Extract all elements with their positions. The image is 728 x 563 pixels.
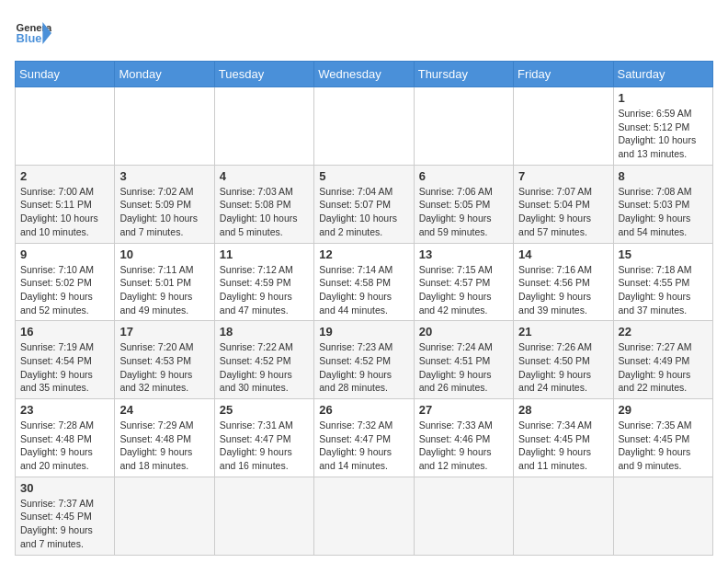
- day-number: 24: [119, 403, 209, 417]
- day-number: 22: [619, 325, 708, 339]
- logo: General Blue: [15, 15, 51, 52]
- day-info: Sunrise: 7:32 AM Sunset: 4:47 PM Dayligh…: [319, 419, 408, 473]
- day-number: 21: [518, 325, 608, 339]
- day-info: Sunrise: 7:15 AM Sunset: 4:57 PM Dayligh…: [419, 263, 508, 317]
- svg-text:Blue: Blue: [17, 31, 42, 45]
- col-header-monday: Monday: [115, 62, 214, 87]
- day-cell: [414, 87, 513, 166]
- day-number: 7: [518, 169, 608, 183]
- day-info: Sunrise: 7:28 AM Sunset: 4:48 PM Dayligh…: [20, 419, 109, 473]
- day-cell: 28Sunrise: 7:34 AM Sunset: 4:45 PM Dayli…: [514, 399, 613, 477]
- day-number: 29: [619, 403, 708, 417]
- day-cell: 5Sunrise: 7:04 AM Sunset: 5:07 PM Daylig…: [314, 165, 414, 243]
- day-cell: 6Sunrise: 7:06 AM Sunset: 5:05 PM Daylig…: [414, 165, 513, 243]
- day-cell: 23Sunrise: 7:28 AM Sunset: 4:48 PM Dayli…: [16, 399, 115, 477]
- day-info: Sunrise: 7:14 AM Sunset: 4:58 PM Dayligh…: [319, 263, 408, 317]
- day-number: 27: [419, 403, 508, 417]
- day-info: Sunrise: 7:24 AM Sunset: 4:51 PM Dayligh…: [419, 340, 508, 395]
- day-cell: [514, 87, 613, 166]
- day-cell: 22Sunrise: 7:27 AM Sunset: 4:49 PM Dayli…: [613, 321, 712, 399]
- day-cell: [314, 477, 414, 555]
- day-info: Sunrise: 7:26 AM Sunset: 4:50 PM Dayligh…: [518, 340, 608, 395]
- day-number: 18: [220, 325, 309, 339]
- day-info: Sunrise: 7:23 AM Sunset: 4:52 PM Dayligh…: [319, 340, 408, 395]
- day-info: Sunrise: 7:00 AM Sunset: 5:11 PM Dayligh…: [20, 185, 109, 239]
- day-info: Sunrise: 7:08 AM Sunset: 5:03 PM Dayligh…: [619, 185, 708, 239]
- day-cell: 27Sunrise: 7:33 AM Sunset: 4:46 PM Dayli…: [414, 399, 513, 477]
- day-info: Sunrise: 7:35 AM Sunset: 4:45 PM Dayligh…: [619, 419, 708, 473]
- day-info: Sunrise: 7:31 AM Sunset: 4:47 PM Dayligh…: [220, 419, 309, 473]
- day-info: Sunrise: 7:34 AM Sunset: 4:45 PM Dayligh…: [518, 419, 608, 473]
- day-info: Sunrise: 7:33 AM Sunset: 4:46 PM Dayligh…: [419, 419, 508, 473]
- day-cell: [16, 87, 115, 166]
- day-number: 11: [220, 247, 309, 261]
- day-cell: 1Sunrise: 6:59 AM Sunset: 5:12 PM Daylig…: [613, 87, 712, 166]
- day-number: 10: [119, 247, 209, 261]
- day-number: 17: [119, 325, 209, 339]
- day-cell: 7Sunrise: 7:07 AM Sunset: 5:04 PM Daylig…: [514, 165, 613, 243]
- day-cell: 9Sunrise: 7:10 AM Sunset: 5:02 PM Daylig…: [16, 243, 115, 321]
- day-number: 3: [119, 169, 209, 183]
- day-info: Sunrise: 7:04 AM Sunset: 5:07 PM Dayligh…: [319, 185, 408, 239]
- day-cell: [514, 477, 613, 555]
- week-row-3: 16Sunrise: 7:19 AM Sunset: 4:54 PM Dayli…: [16, 321, 713, 399]
- day-cell: [115, 477, 214, 555]
- day-info: Sunrise: 7:37 AM Sunset: 4:45 PM Dayligh…: [20, 497, 109, 551]
- day-number: 13: [419, 247, 508, 261]
- day-number: 8: [619, 169, 708, 183]
- day-number: 30: [20, 481, 109, 495]
- day-cell: 14Sunrise: 7:16 AM Sunset: 4:56 PM Dayli…: [514, 243, 613, 321]
- day-cell: 21Sunrise: 7:26 AM Sunset: 4:50 PM Dayli…: [514, 321, 613, 399]
- day-cell: [115, 87, 214, 166]
- week-row-2: 9Sunrise: 7:10 AM Sunset: 5:02 PM Daylig…: [16, 243, 713, 321]
- day-number: 26: [319, 403, 408, 417]
- day-cell: 10Sunrise: 7:11 AM Sunset: 5:01 PM Dayli…: [115, 243, 214, 321]
- day-info: Sunrise: 7:03 AM Sunset: 5:08 PM Dayligh…: [220, 185, 309, 239]
- day-number: 16: [20, 325, 109, 339]
- calendar-table: SundayMondayTuesdayWednesdayThursdayFrid…: [15, 61, 713, 556]
- day-info: Sunrise: 7:11 AM Sunset: 5:01 PM Dayligh…: [119, 263, 209, 317]
- day-cell: 29Sunrise: 7:35 AM Sunset: 4:45 PM Dayli…: [613, 399, 712, 477]
- day-cell: 11Sunrise: 7:12 AM Sunset: 4:59 PM Dayli…: [214, 243, 313, 321]
- day-cell: 2Sunrise: 7:00 AM Sunset: 5:11 PM Daylig…: [16, 165, 115, 243]
- day-info: Sunrise: 7:22 AM Sunset: 4:52 PM Dayligh…: [220, 340, 309, 395]
- day-cell: 8Sunrise: 7:08 AM Sunset: 5:03 PM Daylig…: [613, 165, 712, 243]
- day-number: 1: [619, 91, 708, 105]
- day-info: Sunrise: 7:02 AM Sunset: 5:09 PM Dayligh…: [119, 185, 209, 239]
- day-number: 5: [319, 169, 408, 183]
- day-cell: 18Sunrise: 7:22 AM Sunset: 4:52 PM Dayli…: [214, 321, 313, 399]
- week-row-4: 23Sunrise: 7:28 AM Sunset: 4:48 PM Dayli…: [16, 399, 713, 477]
- day-info: Sunrise: 6:59 AM Sunset: 5:12 PM Dayligh…: [619, 107, 708, 161]
- col-header-tuesday: Tuesday: [214, 62, 313, 87]
- day-cell: 19Sunrise: 7:23 AM Sunset: 4:52 PM Dayli…: [314, 321, 414, 399]
- day-cell: 24Sunrise: 7:29 AM Sunset: 4:48 PM Dayli…: [115, 399, 214, 477]
- week-row-0: 1Sunrise: 6:59 AM Sunset: 5:12 PM Daylig…: [16, 87, 713, 166]
- day-cell: 16Sunrise: 7:19 AM Sunset: 4:54 PM Dayli…: [16, 321, 115, 399]
- day-number: 2: [20, 169, 109, 183]
- col-header-friday: Friday: [514, 62, 613, 87]
- day-cell: 3Sunrise: 7:02 AM Sunset: 5:09 PM Daylig…: [115, 165, 214, 243]
- col-header-saturday: Saturday: [613, 62, 712, 87]
- calendar-header-row: SundayMondayTuesdayWednesdayThursdayFrid…: [16, 62, 713, 87]
- week-row-5: 30Sunrise: 7:37 AM Sunset: 4:45 PM Dayli…: [16, 477, 713, 555]
- day-number: 23: [20, 403, 109, 417]
- day-cell: [214, 477, 313, 555]
- day-info: Sunrise: 7:18 AM Sunset: 4:55 PM Dayligh…: [619, 263, 708, 317]
- day-number: 15: [619, 247, 708, 261]
- day-number: 28: [518, 403, 608, 417]
- day-number: 25: [220, 403, 309, 417]
- day-number: 6: [419, 169, 508, 183]
- day-cell: 17Sunrise: 7:20 AM Sunset: 4:53 PM Dayli…: [115, 321, 214, 399]
- day-info: Sunrise: 7:12 AM Sunset: 4:59 PM Dayligh…: [220, 263, 309, 317]
- day-cell: 12Sunrise: 7:14 AM Sunset: 4:58 PM Dayli…: [314, 243, 414, 321]
- day-info: Sunrise: 7:16 AM Sunset: 4:56 PM Dayligh…: [518, 263, 608, 317]
- day-cell: [314, 87, 414, 166]
- day-info: Sunrise: 7:10 AM Sunset: 5:02 PM Dayligh…: [20, 263, 109, 317]
- day-number: 4: [220, 169, 309, 183]
- day-number: 19: [319, 325, 408, 339]
- day-number: 9: [20, 247, 109, 261]
- day-number: 14: [518, 247, 608, 261]
- day-info: Sunrise: 7:06 AM Sunset: 5:05 PM Dayligh…: [419, 185, 508, 239]
- day-info: Sunrise: 7:29 AM Sunset: 4:48 PM Dayligh…: [119, 419, 209, 473]
- day-cell: 25Sunrise: 7:31 AM Sunset: 4:47 PM Dayli…: [214, 399, 313, 477]
